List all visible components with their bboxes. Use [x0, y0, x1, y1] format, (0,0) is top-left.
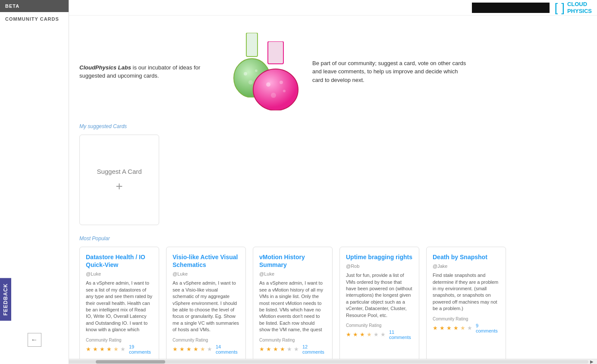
card-title: Visio-like Active Visual Schematics	[173, 253, 239, 269]
star-half: ★	[460, 325, 465, 331]
stars-row: ★★★★★★ 9 comments	[433, 323, 500, 333]
card-description: As a vSphere admin, I want to see a list…	[86, 280, 153, 333]
star-filled: ★	[433, 325, 438, 331]
suggest-card[interactable]: Suggest A Card +	[79, 135, 159, 225]
popular-card[interactable]: Visio-like Active Visual Schematics @Luk…	[166, 247, 246, 361]
star-filled: ★	[259, 346, 264, 352]
comments-link[interactable]: 14 comments	[216, 344, 239, 355]
most-popular-label: Most Popular	[79, 235, 587, 242]
card-description: As a vSphere admin, I want to see a Visi…	[173, 280, 239, 333]
star-filled: ★	[93, 346, 98, 352]
scrollbar-track[interactable]	[9, 360, 588, 364]
star-empty: ★	[467, 325, 472, 331]
star-filled: ★	[353, 331, 358, 338]
sidebar-title: COMMUNITY CARDS	[0, 12, 69, 26]
hero-italic: CloudPhysics Labs	[79, 64, 131, 71]
card-author: @Luke	[86, 271, 153, 276]
star-filled: ★	[100, 346, 105, 352]
main-content: CloudPhysics Labs is our incubator of id…	[69, 16, 597, 364]
star-half: ★	[200, 346, 205, 352]
svg-point-6	[253, 69, 298, 110]
scrollbar-thumb[interactable]	[96, 360, 165, 364]
card-description: Just for fun, provide a list of VMs orde…	[346, 272, 413, 319]
stars-row: ★★★★★★ 14 comments	[173, 344, 239, 355]
popular-card[interactable]: Uptime bragging rights @Rob Just for fun…	[339, 247, 419, 361]
scrollbar[interactable]: ◀ ▶	[0, 359, 597, 364]
star-empty: ★	[207, 346, 212, 352]
svg-point-8	[280, 81, 283, 84]
svg-point-7	[266, 82, 270, 87]
star-filled: ★	[186, 346, 192, 352]
search-input[interactable]	[472, 3, 550, 13]
star-filled: ★	[273, 346, 278, 352]
card-footer: Community Rating ★★★★★★ 14 comments	[173, 338, 239, 355]
hero-section: CloudPhysics Labs is our incubator of id…	[79, 24, 587, 123]
card-footer: Community Rating ★★★★★★ 19 comments	[86, 338, 153, 355]
star-empty: ★	[380, 331, 386, 338]
stars-row: ★★★★★★ 19 comments	[86, 344, 153, 355]
star-filled: ★	[86, 346, 91, 352]
suggest-card-content: Suggest A Card +	[86, 141, 153, 219]
popular-card[interactable]: Death by Snapshot @Jake Find stale snaps…	[426, 247, 506, 361]
card-author: @Luke	[173, 271, 239, 276]
comments-link[interactable]: 9 comments	[476, 323, 500, 333]
comments-link[interactable]: 11 comments	[389, 329, 413, 340]
star-half: ★	[367, 331, 372, 338]
sidebar-beta-label: BETA	[0, 0, 69, 12]
svg-point-9	[271, 93, 276, 98]
community-rating-label: Community Rating	[86, 338, 153, 342]
card-footer: Community Rating ★★★★★★ 11 comments	[346, 323, 413, 340]
my-suggested-cards-row: Suggest A Card +	[79, 135, 587, 225]
my-suggested-label: My suggested Cards	[79, 123, 587, 129]
hero-image	[226, 33, 304, 110]
star-filled: ★	[107, 346, 112, 352]
star-empty: ★	[294, 346, 299, 352]
feedback-tab[interactable]: FEEDBACK	[0, 278, 11, 321]
card-title: Death by Snapshot	[433, 253, 500, 261]
logo-text: CLOUD PHYSICS	[567, 1, 592, 14]
sidebar-back-button[interactable]: ←	[28, 333, 41, 347]
suggest-card-plus: +	[116, 180, 123, 192]
star-filled: ★	[266, 346, 271, 352]
card-footer: Community Rating ★★★★★★ 12 comments	[259, 338, 326, 355]
header: [ ] CLOUD PHYSICS	[69, 0, 597, 16]
card-footer: Community Rating ★★★★★★ 9 comments	[433, 317, 500, 333]
community-rating-label: Community Rating	[433, 317, 500, 321]
flask-illustration	[230, 33, 299, 110]
logo: [ ] CLOUD PHYSICS	[555, 1, 592, 14]
flask-right-icon	[252, 41, 299, 110]
scroll-right-arrow[interactable]: ▶	[588, 359, 595, 364]
comments-link[interactable]: 19 comments	[129, 344, 153, 355]
card-title: vMotion History Summary	[259, 253, 326, 269]
card-description: As a vSphere admin, I want to see a vMot…	[259, 280, 326, 333]
popular-card[interactable]: Datastore Health / IO Quick-View @Luke A…	[79, 247, 159, 361]
comments-link[interactable]: 12 comments	[302, 344, 326, 355]
star-filled: ★	[179, 346, 185, 352]
star-filled: ★	[280, 346, 285, 352]
svg-point-2	[244, 72, 247, 75]
popular-cards-row: Datastore Health / IO Quick-View @Luke A…	[79, 247, 587, 361]
suggest-card-title: Suggest A Card	[97, 168, 141, 175]
hero-left-text: CloudPhysics Labs is our incubator of id…	[79, 63, 217, 80]
star-half: ★	[113, 346, 119, 352]
star-filled: ★	[193, 346, 198, 352]
star-empty: ★	[120, 346, 126, 352]
community-rating-label: Community Rating	[346, 323, 413, 328]
star-filled: ★	[440, 325, 445, 331]
star-filled: ★	[360, 331, 365, 338]
community-rating-label: Community Rating	[259, 338, 326, 342]
hero-right-text: Be part of our community; suggest a card…	[312, 59, 468, 85]
star-filled: ★	[446, 325, 452, 331]
stars-row: ★★★★★★ 12 comments	[259, 344, 326, 355]
logo-bracket-icon: [ ]	[555, 2, 565, 14]
community-rating-label: Community Rating	[173, 338, 239, 342]
svg-rect-5	[268, 41, 283, 64]
logo-cloud: CLOUD	[567, 1, 587, 7]
card-author: @Jake	[433, 264, 500, 269]
popular-card[interactable]: vMotion History Summary @Luke As a vSphe…	[253, 247, 333, 361]
logo-physics: PHYSICS	[567, 8, 592, 14]
card-description: Find stale snapshots and determine if th…	[433, 272, 500, 312]
star-filled: ★	[346, 331, 351, 338]
card-title: Datastore Health / IO Quick-View	[86, 253, 153, 269]
star-empty: ★	[287, 346, 292, 352]
